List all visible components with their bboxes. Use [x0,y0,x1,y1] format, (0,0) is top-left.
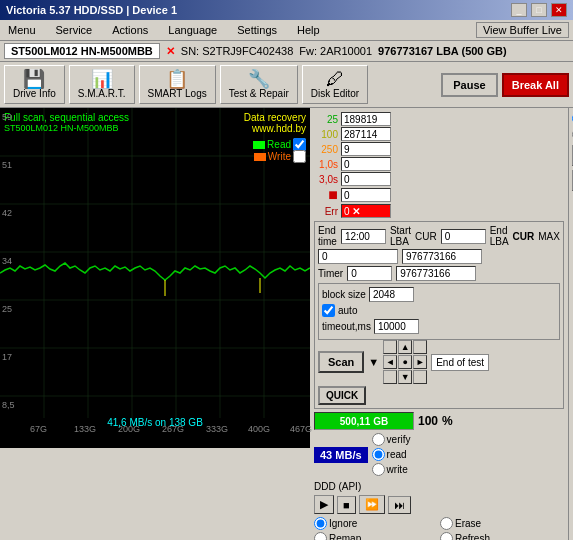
verify-radio-row: verify [372,433,411,446]
read-legend-label: Read [267,139,291,150]
ignore-label: Ignore [329,518,357,529]
smart-logs-button[interactable]: 📋 SMART Logs [139,65,216,104]
test-repair-icon: 🔧 [248,70,270,88]
drive-lba: 976773167 LBA (500 GB) [378,45,507,57]
drive-close-icon[interactable]: ✕ [166,45,175,58]
end-lba-input2[interactable] [396,266,476,281]
drive-info-button[interactable]: 💾 Drive Info [4,65,65,104]
dir-downleft-button[interactable] [383,370,397,384]
menu-item-settings[interactable]: Settings [233,23,281,37]
result-box-25: 189819 [341,112,391,126]
play-button[interactable]: ▶ [314,495,334,514]
skip-end-button[interactable]: ⏭ [388,496,411,514]
app-wrapper: Victoria 5.37 HDD/SSD | Device 1 _ □ ✕ M… [0,0,573,540]
refresh-radio-row: Refresh [440,532,564,540]
menu-item-actions[interactable]: Actions [108,23,152,37]
auto-checkbox[interactable] [322,304,335,317]
write-checkbox[interactable] [293,150,306,163]
title-bar: Victoria 5.37 HDD/SSD | Device 1 _ □ ✕ [0,0,573,20]
close-button[interactable]: ✕ [551,3,567,17]
result-box-250: 9 [341,142,391,156]
x-label-400g: 400G [248,424,270,434]
block-size-row: block size [322,287,556,302]
graph-area: Full scan, sequential access ST500LM012 … [0,108,310,448]
graph-subtitle: ST500LM012 HN-M500MBB [4,123,129,133]
drive-firmware: Fw: 2AR10001 [299,45,372,57]
ignore-radio[interactable] [314,517,327,530]
cur-value-input[interactable] [441,229,486,244]
dir-left-button[interactable]: ◄ [383,355,397,369]
timeout-label: timeout,ms [322,321,371,332]
block-size-input[interactable] [369,287,414,302]
smart-button[interactable]: 📊 S.M.A.R.T. [69,65,135,104]
end-time-input[interactable] [341,229,386,244]
scan-results: 25 189819 100 287114 250 9 [314,112,564,218]
y-label-42: 42 [2,208,12,218]
view-buffer-button[interactable]: View Buffer Live [476,22,569,38]
dir-center-button[interactable]: ● [398,355,412,369]
progress-gb: 500,11 GB [340,416,388,427]
dir-right-button[interactable]: ► [413,355,427,369]
progress-bar-container: 500,11 GB [314,412,414,430]
result-row-3s: 3,0s 0 [314,172,564,186]
quick-button[interactable]: QUICK [318,386,366,405]
smart-label: S.M.A.R.T. [78,88,126,99]
verify-radio[interactable] [372,433,385,446]
read-radio[interactable] [372,448,385,461]
drive-name-button[interactable]: ST500LM012 HN-M500MBB [4,43,160,59]
y-label-25: 25 [2,304,12,314]
disk-editor-label: Disk Editor [311,88,359,99]
disk-editor-button[interactable]: 🖊 Disk Editor [302,65,368,104]
disk-editor-icon: 🖊 [326,70,344,88]
minimize-button[interactable]: _ [511,3,527,17]
maximize-button[interactable]: □ [531,3,547,17]
timer-row: Timer [318,266,560,281]
refresh-radio[interactable] [440,532,453,540]
action-grid: Ignore Erase Remap Refresh [314,517,564,540]
refresh-label: Refresh [455,533,490,540]
verify-read-write-radios: verify read write [372,433,411,476]
menu-item-help[interactable]: Help [293,23,324,37]
write-radio[interactable] [372,463,385,476]
start-lba-input[interactable] [318,249,398,264]
pause-button[interactable]: Pause [441,73,497,97]
result-label-100: 100 [314,129,338,140]
scan-button[interactable]: Scan [318,351,364,373]
x-label-333g: 333G [206,424,228,434]
result-value-25: 189819 [344,114,377,125]
stop-button[interactable]: ■ [337,496,356,514]
menu-item-language[interactable]: Language [164,23,221,37]
result-row-100: 100 287114 [314,127,564,141]
ignore-radio-row: Ignore [314,517,438,530]
remap-radio[interactable] [314,532,327,540]
result-box-100: 287114 [341,127,391,141]
pct-symbol: % [442,414,453,428]
y-label-34: 34 [2,256,12,266]
dir-upright-button[interactable] [413,340,427,354]
result-label-red: ■ [314,187,338,203]
erase-label: Erase [455,518,481,529]
right-panel: 25 189819 100 287114 250 9 [310,108,568,540]
remap-label: Remap [329,533,361,540]
erase-radio[interactable] [440,517,453,530]
write-label: write [387,464,408,475]
dir-downright-button[interactable] [413,370,427,384]
skip-forward-button[interactable]: ⏩ [359,495,385,514]
menu-item-menu[interactable]: Menu [4,23,40,37]
data-recovery-panel: End time Start LBA CUR End LBA CUR MAX T… [314,221,564,409]
menu-item-service[interactable]: Service [52,23,97,37]
dir-up-button[interactable]: ▲ [398,340,412,354]
dropdown-arrow-icon[interactable]: ▼ [368,356,379,368]
dir-upleft-button[interactable] [383,340,397,354]
result-value-100: 287114 [344,129,377,140]
result-row-err: Err 0 ✕ [314,204,564,218]
dir-down-button[interactable]: ▼ [398,370,412,384]
test-repair-button[interactable]: 🔧 Test & Repair [220,65,298,104]
drive-info-label: Drive Info [13,88,56,99]
end-lba-input1[interactable] [402,249,482,264]
break-all-button[interactable]: Break All [502,73,569,97]
timeout-input[interactable] [374,319,419,334]
y-label-8: 8,5 [2,400,15,410]
result-label-25: 25 [314,114,338,125]
timer-input[interactable] [347,266,392,281]
